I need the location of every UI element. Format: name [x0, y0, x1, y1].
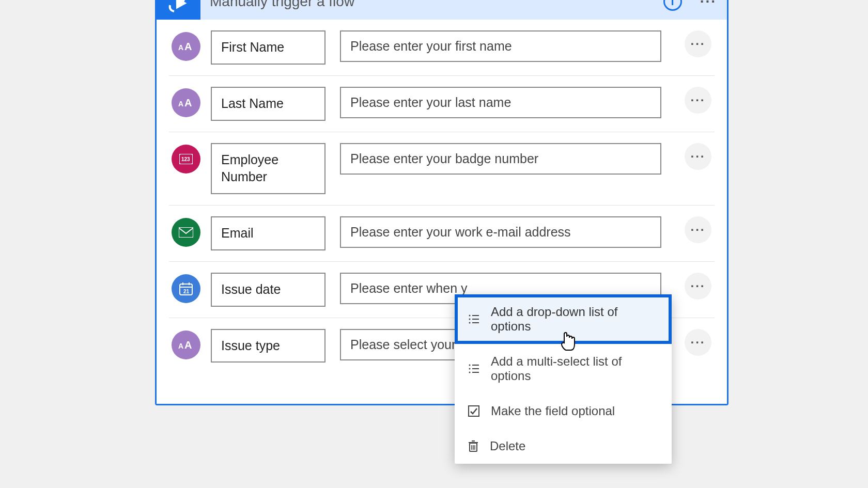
row-more-button[interactable]: ···	[685, 87, 711, 114]
input-label[interactable]: First Name	[211, 30, 326, 65]
date-type-icon: 21	[172, 274, 200, 303]
card-header: Manually trigger a flow i ···	[157, 0, 727, 20]
input-placeholder[interactable]: Please enter your badge number	[340, 143, 661, 175]
menu-make-optional[interactable]: Make the field optional	[455, 393, 672, 429]
svg-text:21: 21	[183, 289, 190, 294]
menu-add-dropdown[interactable]: Add a drop-down list of options	[455, 294, 672, 344]
text-type-icon: AA	[172, 32, 200, 61]
svg-text:A: A	[178, 100, 183, 108]
card-title: Manually trigger a flow	[200, 0, 663, 10]
input-placeholder[interactable]: Please enter your work e-mail address	[340, 216, 661, 248]
list-icon	[468, 313, 479, 325]
input-row: AA Last Name Please enter your last name…	[169, 76, 715, 132]
input-label[interactable]: Issue type	[211, 329, 326, 363]
input-placeholder[interactable]: Please enter your last name	[340, 87, 661, 118]
number-type-icon: 123	[172, 145, 200, 174]
card-menu-icon[interactable]: ···	[700, 0, 717, 9]
trash-icon	[468, 440, 478, 452]
trigger-icon	[157, 0, 200, 20]
svg-text:A: A	[184, 97, 192, 108]
row-more-button[interactable]: ···	[685, 143, 711, 170]
row-more-button[interactable]: ···	[685, 216, 711, 243]
list-icon	[468, 363, 479, 374]
svg-text:A: A	[178, 43, 183, 52]
svg-text:A: A	[184, 339, 192, 351]
text-type-icon: AA	[172, 88, 200, 117]
menu-add-multiselect[interactable]: Add a multi-select list of options	[455, 344, 672, 393]
context-menu: Add a drop-down list of options Add a mu…	[455, 294, 672, 464]
menu-item-label: Make the field optional	[491, 404, 615, 418]
row-more-button[interactable]: ···	[685, 329, 711, 356]
input-label[interactable]: Issue date	[211, 273, 326, 307]
svg-text:A: A	[178, 342, 183, 350]
input-label[interactable]: Employee Number	[211, 143, 326, 195]
email-type-icon	[172, 218, 200, 247]
menu-delete[interactable]: Delete	[455, 429, 672, 464]
svg-text:123: 123	[181, 156, 190, 162]
menu-item-label: Add a multi-select list of options	[491, 354, 658, 383]
input-row: 123 Employee Number Please enter your ba…	[169, 132, 715, 206]
menu-item-label: Add a drop-down list of options	[491, 305, 658, 334]
info-icon[interactable]: i	[663, 0, 682, 11]
input-label[interactable]: Email	[211, 216, 326, 250]
text-type-icon: AA	[172, 330, 200, 359]
input-placeholder[interactable]: Please enter your first name	[340, 30, 661, 62]
svg-rect-6	[179, 227, 193, 238]
svg-rect-26	[469, 406, 479, 416]
svg-text:A: A	[184, 41, 192, 52]
checkbox-icon	[468, 405, 479, 417]
row-more-button[interactable]: ···	[685, 273, 711, 300]
input-row: Email Please enter your work e-mail addr…	[169, 206, 715, 262]
input-row: AA First Name Please enter your first na…	[169, 20, 715, 76]
menu-item-label: Delete	[490, 439, 525, 453]
row-more-button[interactable]: ···	[685, 30, 711, 57]
input-label[interactable]: Last Name	[211, 87, 326, 121]
